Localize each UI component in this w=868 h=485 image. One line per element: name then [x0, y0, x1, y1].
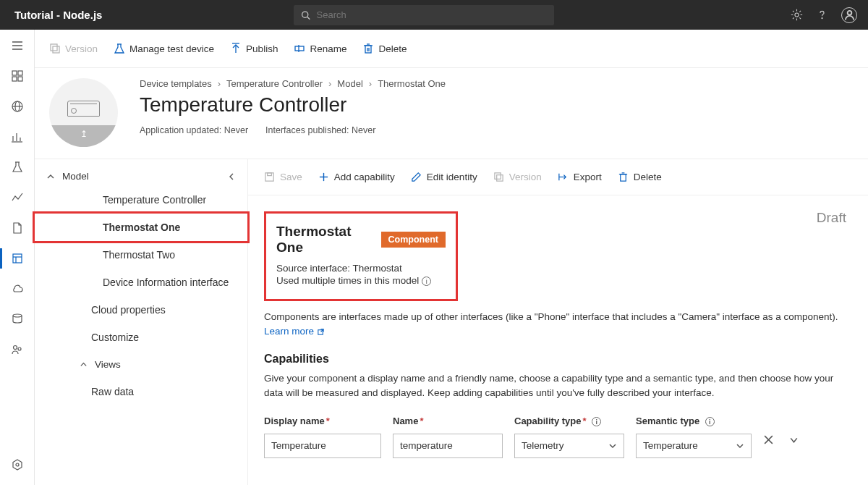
edit-identity-button[interactable]: Edit identity	[411, 172, 477, 182]
chevron-down-icon	[608, 442, 617, 450]
svg-point-4	[847, 11, 851, 15]
tree-raw-data[interactable]: Raw data	[35, 378, 247, 405]
breadcrumb-device-templates[interactable]: Device templates	[140, 78, 212, 89]
chevron-down-icon	[736, 442, 744, 450]
svg-rect-44	[496, 175, 502, 181]
svg-point-2	[795, 13, 799, 17]
component-description: Components are interfaces made up of oth…	[264, 310, 846, 338]
version-component-button[interactable]: Version	[493, 172, 542, 182]
svg-rect-9	[18, 71, 22, 75]
source-interface-text: Source interface: Thermostat	[276, 263, 446, 274]
page-title: Temperature Controller	[140, 93, 854, 117]
tree-thermostat-one[interactable]: Thermostat One	[33, 211, 250, 243]
hamburger-icon[interactable]	[10, 38, 25, 53]
rail-data-icon[interactable]	[10, 312, 25, 326]
publish-label: Publish	[246, 43, 278, 54]
svg-rect-20	[13, 254, 22, 263]
add-cap-label: Add capability	[334, 172, 395, 182]
breadcrumb-temp-controller[interactable]: Temperature Controller	[226, 78, 323, 89]
search-box[interactable]	[294, 5, 554, 25]
version2-label: Version	[509, 172, 542, 182]
delete2-label: Delete	[634, 172, 662, 182]
rail-settings-icon[interactable]	[10, 457, 25, 472]
manage-test-device-button[interactable]: Manage test device	[114, 43, 214, 54]
breadcrumb-current: Thermostat One	[378, 78, 446, 89]
capabilities-heading: Capabilities	[264, 353, 846, 366]
rail-dashboard-icon[interactable]	[10, 69, 25, 83]
display-name-input[interactable]	[264, 434, 381, 458]
svg-rect-47	[620, 174, 626, 181]
svg-rect-27	[51, 44, 57, 51]
tree-device-info[interactable]: Device Information interface	[35, 269, 247, 296]
search-input[interactable]	[317, 9, 548, 20]
svg-rect-11	[18, 77, 22, 81]
capability-type-select[interactable]: Telemetry	[514, 434, 624, 458]
tree-temp-controller[interactable]: Temperature Controller	[35, 186, 247, 214]
component-summary-box: Thermostat One Component Source interfac…	[264, 211, 458, 301]
interfaces-published: Interfaces published: Never	[265, 125, 375, 135]
semtype-value: Temperature	[643, 440, 698, 451]
breadcrumb-model[interactable]: Model	[337, 78, 362, 89]
export-label: Export	[574, 172, 602, 182]
nav-rail	[0, 30, 35, 485]
svg-rect-8	[12, 71, 17, 75]
add-capability-button[interactable]: Add capability	[318, 172, 395, 182]
rail-globe-icon[interactable]	[10, 99, 25, 114]
search-icon	[301, 10, 310, 20]
name-label: Name*	[393, 416, 503, 426]
rail-analytics-icon[interactable]	[10, 190, 25, 205]
avatar[interactable]	[841, 7, 857, 23]
save-button[interactable]: Save	[264, 172, 302, 182]
delete-component-button[interactable]: Delete	[618, 172, 662, 182]
info-icon[interactable]: i	[705, 417, 715, 426]
capability-type-label: Capability type* i	[514, 416, 624, 426]
rail-chart-icon[interactable]	[10, 130, 25, 144]
expand-row-icon[interactable]	[788, 434, 799, 445]
model-tree: Model Temperature Controller Thermostat …	[35, 159, 248, 485]
info-icon[interactable]: i	[592, 417, 601, 426]
captype-value: Telemetry	[522, 440, 564, 451]
tree-customize[interactable]: Customize	[35, 324, 247, 351]
rail-template-icon[interactable]	[10, 251, 25, 266]
svg-point-24	[13, 346, 17, 350]
tree-model-header[interactable]: Model	[35, 166, 247, 186]
draft-status: Draft	[817, 210, 846, 226]
svg-rect-39	[265, 173, 273, 181]
component-badge: Component	[381, 232, 446, 248]
save-label: Save	[280, 172, 302, 182]
version-label: Version	[65, 43, 98, 54]
semantic-type-select[interactable]: Temperature	[636, 434, 752, 458]
used-multiple-text: Used multiple times in this modeli	[276, 275, 446, 286]
export-button[interactable]: Export	[558, 172, 602, 182]
rail-cloud-icon[interactable]	[10, 282, 25, 296]
svg-rect-32	[295, 46, 304, 51]
svg-rect-10	[12, 77, 17, 81]
name-input[interactable]	[393, 434, 503, 458]
svg-rect-28	[53, 46, 59, 53]
gear-icon[interactable]	[791, 9, 803, 21]
svg-point-25	[18, 347, 21, 350]
rename-button[interactable]: Rename	[294, 43, 346, 54]
display-name-label: Display name*	[264, 416, 381, 426]
rail-file-icon[interactable]	[10, 221, 25, 235]
tree-views-label: Views	[95, 359, 121, 370]
rail-flask-icon[interactable]	[10, 160, 25, 174]
svg-point-0	[302, 12, 308, 17]
template-toolbar: Version Manage test device Publish Renam…	[35, 30, 868, 68]
help-icon[interactable]	[816, 9, 828, 21]
svg-rect-43	[495, 173, 501, 179]
delete-label: Delete	[378, 43, 407, 54]
info-icon[interactable]: i	[422, 277, 431, 286]
version-button[interactable]: Version	[49, 43, 98, 54]
tree-views-header[interactable]: Views	[35, 351, 247, 378]
edit-id-label: Edit identity	[427, 172, 477, 182]
rail-users-icon[interactable]	[10, 342, 25, 357]
app-title: Tutorial - Node.js	[0, 9, 116, 21]
remove-row-icon[interactable]	[763, 434, 774, 445]
tree-thermostat-two[interactable]: Thermostat Two	[35, 241, 247, 269]
publish-button[interactable]: Publish	[230, 43, 278, 54]
learn-more-link[interactable]: Learn more	[264, 326, 325, 337]
delete-template-button[interactable]: Delete	[362, 43, 407, 54]
tree-cloud-properties[interactable]: Cloud properties	[35, 296, 247, 324]
manage-label: Manage test device	[129, 43, 214, 54]
